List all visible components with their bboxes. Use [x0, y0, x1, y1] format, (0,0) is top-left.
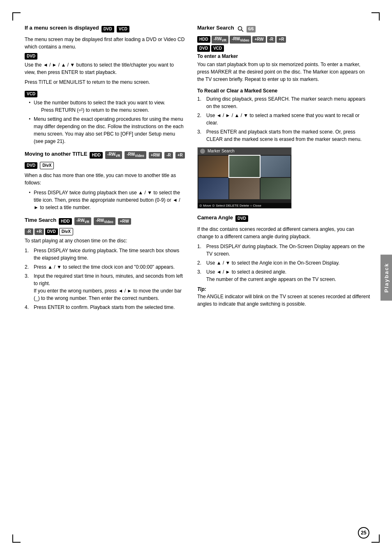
time-step-2: 2. Press ▲ / ▼ to select the time clock … [25, 263, 185, 271]
camera-step-1: 1. Press DISPLAY during playback. The On… [197, 243, 371, 258]
marker-title-line: Marker Search 6/6 [197, 25, 371, 33]
marker-cell-5 [229, 178, 259, 199]
vcd-badge-line: VCD [25, 91, 185, 97]
badge-hdd-m: HDD [197, 36, 210, 43]
moving-item-1: Press DISPLAY twice during playback then… [29, 189, 185, 211]
marker-search-titlebar: Marker Search [198, 147, 291, 155]
left-column: If a menu screen is displayed DVD VCD Th… [25, 25, 185, 316]
marker-recall-step-3: 3. Press ENTER and playback starts from … [197, 128, 371, 143]
badge-rwvideo-3: -RWVideo [94, 217, 115, 225]
search-icon [238, 26, 244, 32]
badge-dvd-m: DVD [197, 45, 210, 52]
badge-dvd-sub: DVD [25, 53, 37, 60]
badge-rminus-3: -R [25, 228, 33, 235]
two-column-layout: If a menu screen is displayed DVD VCD Th… [25, 25, 371, 316]
marker-footer-text: ⊙ Move ⊙ Select DELETE Delete ○ Close [199, 204, 261, 207]
vcd-subsection: VCD Use the number buttons to select the… [25, 91, 185, 145]
badge-divx-3: DivX [59, 228, 73, 235]
svg-point-0 [238, 26, 242, 30]
badge-vcd-sub: VCD [25, 91, 37, 97]
corner-mark-br [371, 534, 380, 543]
badge-rminus-m: -R [267, 36, 276, 43]
marker-search-grid [198, 155, 291, 200]
section-time-search: Time Search HDD -RWVR -RWVideo +RW -R +R… [25, 217, 185, 311]
section-menu-intro: The menu screen may be displayed first a… [25, 36, 185, 51]
badge-rwvr-3: -RWVR [74, 217, 91, 225]
marker-cell-6 [261, 178, 291, 199]
moving-bullet-list: Press DISPLAY twice during playback then… [25, 189, 185, 211]
time-step-1: 1. Press DISPLAY twice during playback. … [25, 247, 185, 262]
vcd-indent: Press RETURN (⏎) to return to the menu s… [34, 106, 185, 114]
badge-rplus-3: +R [35, 228, 44, 235]
section-marker-search: Marker Search 6/6 HDD -RWVR -RWVideo +RW… [197, 25, 371, 209]
side-tab-label: Playback [383, 263, 390, 292]
corner-mark-tl [12, 12, 21, 21]
camera-tip: Tip: The ANGLE indicator will blink on t… [197, 286, 371, 308]
marker-cell-1 [198, 156, 228, 177]
section-time-title-line: Time Search HDD -RWVR -RWVideo +RW [25, 217, 185, 226]
marker-recall-step-1: 1. During disc playback, press SEARCH. T… [197, 95, 371, 110]
badge-rminus-2: -R [164, 152, 173, 159]
marker-search-footer: ⊙ Move ⊙ Select DELETE Delete ○ Close [198, 203, 291, 208]
right-column: Marker Search 6/6 HDD -RWVR -RWVideo +RW… [197, 25, 371, 316]
badge-rwvideo-m: -RWVideo [230, 36, 251, 44]
badge-rwplus-3: +RW [118, 218, 131, 225]
marker-recall-subsection: To Recall or Clear a Marked Scene 1. Dur… [197, 88, 371, 209]
marker-icon [200, 149, 205, 154]
badge-rwvr-2: -RWVR [105, 151, 122, 159]
page-container: Playback 25 If a menu screen is displaye… [0, 0, 392, 555]
side-tab: Playback [380, 254, 392, 300]
marker-page-badge: 6/6 [247, 26, 256, 32]
section-menu-title: If a menu screen is displayed [25, 25, 99, 31]
badge-dvd-3: DVD [45, 228, 58, 235]
badge-dvd-1: DVD [101, 26, 114, 32]
vcd-item-1: Use the number buttons to select the tra… [29, 99, 185, 114]
svg-line-1 [241, 30, 243, 32]
marker-badge-line2: DVD VCD [197, 45, 371, 52]
badge-dvd-2: DVD [25, 162, 37, 169]
vcd-item-2: Menu setting and the exact operating pro… [29, 115, 185, 145]
section-time-heading: Time Search [25, 217, 56, 223]
time-step-3-content: Input the required start time in hours, … [34, 272, 185, 302]
badge-rplus-m: +R [277, 36, 286, 43]
section-moving-intro: When a disc has more than one title, you… [25, 172, 185, 187]
marker-cell-4 [198, 178, 228, 199]
section-camera-angle: Camera Angle DVD If the disc contains sc… [197, 214, 371, 308]
dvd-subsection: DVD Use the ◄ / ► / ▲ / ▼ buttons to sel… [25, 53, 185, 86]
marker-cell-2 [229, 156, 259, 177]
tip-label: Tip: [197, 286, 206, 292]
time-step-4: 4. Press ENTER to confirm. Playback star… [25, 304, 185, 311]
section-moving-title-line: Moving to another TITLE HDD -RWVR -RWVid… [25, 151, 185, 169]
badge-hdd-3: HDD [59, 218, 72, 225]
badge-hdd-2: HDD [90, 152, 103, 159]
marker-cell-3 [261, 156, 291, 177]
tip-text: The ANGLE indicator will blink on the TV… [197, 294, 370, 307]
badge-rwplus-2: +RW [149, 152, 162, 159]
corner-mark-bl [12, 534, 21, 543]
camera-step-2: 2. Use ▲ / ▼ to select the Angle icon in… [197, 259, 371, 267]
page-number: 25 [358, 527, 369, 539]
dvd-badge-line: DVD [25, 53, 185, 60]
marker-recall-heading: To Recall or Clear a Marked Scene [197, 88, 371, 94]
time-step-3: 3. Input the required start time in hour… [25, 272, 185, 302]
marker-enter-heading: To enter a Marker [197, 53, 371, 59]
marker-recall-steps: 1. During disc playback, press SEARCH. T… [197, 95, 371, 143]
badge-rwvr-m: -RWVR [212, 36, 228, 44]
marker-heading: Marker Search [197, 25, 234, 31]
marker-badge-line1: HDD -RWVR -RWVideo +RW -R +R [197, 36, 371, 44]
section-moving-heading: Moving to another TITLE [25, 151, 87, 157]
marker-search-image: Marker Search ⊙ Move ⊙ Select DELETE Del… [197, 147, 292, 209]
section-moving-title: Moving to another TITLE HDD -RWVR -RWVid… [25, 151, 185, 211]
section-menu-title-line: If a menu screen is displayed DVD VCD [25, 25, 185, 33]
section-time-intro: To start playing at any chosen time on t… [25, 237, 185, 244]
time-search-steps: 1. Press DISPLAY twice during playback. … [25, 247, 185, 311]
badge-rwplus-m: +RW [252, 36, 265, 43]
badge-divx-2: DivX [40, 162, 54, 169]
badge-vcd-1: VCD [117, 26, 129, 32]
marker-enter-subsection: To enter a Marker You can start playback… [197, 53, 371, 83]
camera-step-3-content: Use ◄ / ► to select a desired angle.The … [206, 268, 371, 283]
corner-mark-tr [371, 12, 380, 21]
time-badge-line2: -R +R DVD DivX [25, 228, 185, 235]
marker-recall-step-2: 2. Use ◄ / ► / ▲ / ▼ to select a marked … [197, 112, 371, 127]
badge-rplus-2: +R [175, 152, 185, 159]
